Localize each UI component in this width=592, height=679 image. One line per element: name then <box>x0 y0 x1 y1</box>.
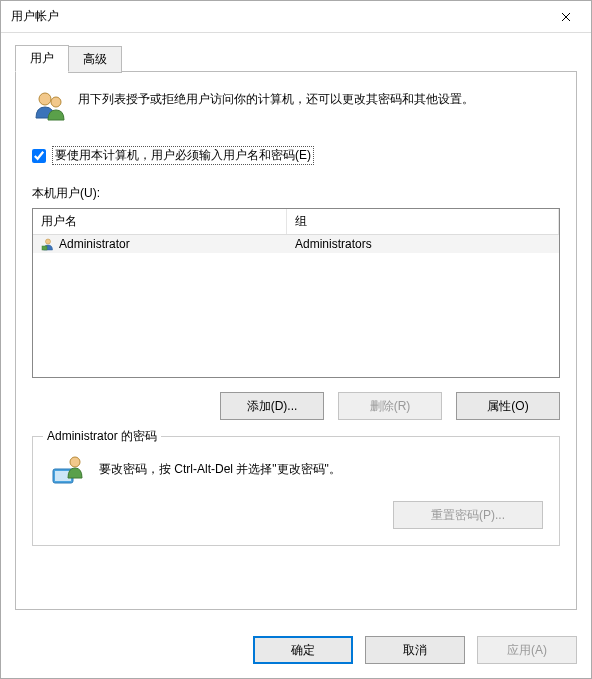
close-button[interactable] <box>543 2 589 32</box>
cell-group: Administrators <box>287 235 559 253</box>
reset-password-button[interactable]: 重置密码(P)... <box>393 501 543 529</box>
svg-rect-3 <box>42 246 47 250</box>
cell-username-text: Administrator <box>59 237 130 251</box>
svg-point-0 <box>39 93 51 105</box>
svg-point-1 <box>51 97 61 107</box>
column-header-username[interactable]: 用户名 <box>33 209 287 234</box>
svg-point-6 <box>70 457 80 467</box>
require-password-label[interactable]: 要使用本计算机，用户必须输入用户名和密码(E) <box>52 146 314 165</box>
require-password-checkbox[interactable] <box>32 149 46 163</box>
tab-strip: 用户 高级 <box>15 45 577 72</box>
svg-point-2 <box>46 239 51 244</box>
dialog-footer: 确定 取消 应用(A) <box>1 624 591 678</box>
ok-button[interactable]: 确定 <box>253 636 353 664</box>
list-row[interactable]: Administrator Administrators <box>33 235 559 253</box>
users-list-label: 本机用户(U): <box>32 185 560 202</box>
password-info-row: 要改密码，按 Ctrl-Alt-Del 并选择"更改密码"。 <box>49 451 543 487</box>
users-listview[interactable]: 用户名 组 Administrator A <box>32 208 560 378</box>
require-password-row: 要使用本计算机，用户必须输入用户名和密码(E) <box>32 146 560 165</box>
key-user-icon <box>49 451 85 487</box>
add-button[interactable]: 添加(D)... <box>220 392 324 420</box>
cancel-button[interactable]: 取消 <box>365 636 465 664</box>
user-buttons-row: 添加(D)... 删除(R) 属性(O) <box>32 392 560 420</box>
intro-text: 用下列表授予或拒绝用户访问你的计算机，还可以更改其密码和其他设置。 <box>78 88 474 124</box>
password-text: 要改密码，按 Ctrl-Alt-Del 并选择"更改密码"。 <box>99 461 341 478</box>
users-icon <box>32 88 68 124</box>
window-title: 用户帐户 <box>11 8 543 25</box>
apply-button[interactable]: 应用(A) <box>477 636 577 664</box>
tab-users[interactable]: 用户 <box>15 45 69 72</box>
remove-button[interactable]: 删除(R) <box>338 392 442 420</box>
user-icon <box>41 237 55 251</box>
tab-advanced[interactable]: 高级 <box>68 46 122 73</box>
intro-section: 用下列表授予或拒绝用户访问你的计算机，还可以更改其密码和其他设置。 <box>32 88 560 124</box>
password-legend: Administrator 的密码 <box>43 428 161 445</box>
close-icon <box>561 12 571 22</box>
password-fieldset: Administrator 的密码 要改密码，按 Ctrl-Alt-Del 并选… <box>32 436 560 546</box>
properties-button[interactable]: 属性(O) <box>456 392 560 420</box>
cell-username: Administrator <box>33 235 287 253</box>
tab-panel-users: 用下列表授予或拒绝用户访问你的计算机，还可以更改其密码和其他设置。 要使用本计算… <box>15 71 577 610</box>
column-header-group[interactable]: 组 <box>287 209 559 234</box>
titlebar: 用户帐户 <box>1 1 591 33</box>
password-button-row: 重置密码(P)... <box>49 501 543 529</box>
list-header: 用户名 组 <box>33 209 559 235</box>
user-accounts-dialog: 用户帐户 用户 高级 用下列表授予或拒绝用户访问你的计算机，还可以更改其密码和其 <box>0 0 592 679</box>
